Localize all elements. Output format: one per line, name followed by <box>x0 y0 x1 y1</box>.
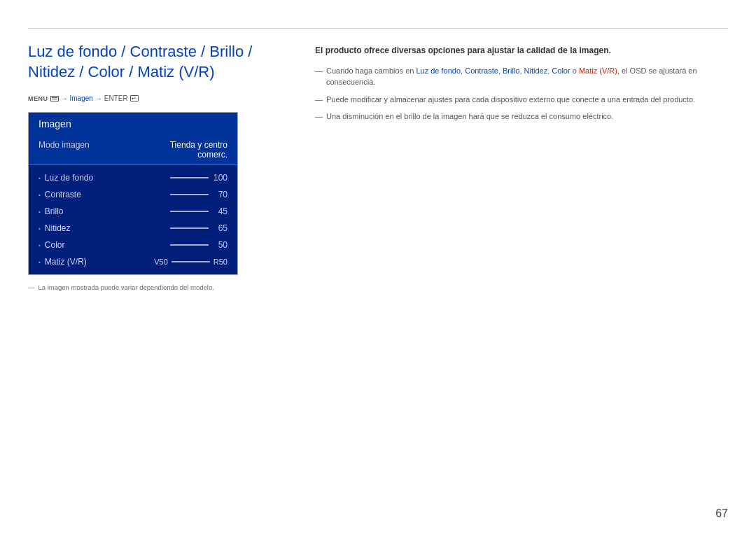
left-panel: Luz de fondo / Contraste / Brillo / Niti… <box>28 42 287 506</box>
right-note-3-text: Una disminución en el brillo de la image… <box>326 111 613 122</box>
menu-label: MENU <box>28 95 48 102</box>
osd-subheader-value: Tienda y centro comerc. <box>133 139 237 161</box>
link-nitidez: Nitidez <box>524 66 548 75</box>
enter-icon <box>130 95 139 101</box>
osd-body: • Luz de fondo 100 • Contraste 70 <box>29 165 237 274</box>
osd-row-contraste: • Contraste 70 <box>29 186 237 203</box>
menu-icon <box>50 96 59 101</box>
imagen-label: Imagen <box>70 94 93 102</box>
top-border <box>28 28 728 29</box>
slider-line-luz <box>170 177 209 178</box>
dot: • <box>38 175 41 181</box>
slider-track-brillo: 45 <box>170 206 227 216</box>
link-luz: Luz de fondo <box>416 66 461 75</box>
osd-row-matiz: • Matiz (V/R) V50 R50 <box>29 253 237 270</box>
link-color: Color <box>552 66 570 75</box>
slider-value-luz: 100 <box>212 173 227 183</box>
link-matiz: Matiz (V/R) <box>579 66 617 75</box>
link-brillo: Brillo <box>503 66 519 75</box>
content-area: Luz de fondo / Contraste / Brillo / Niti… <box>28 42 728 506</box>
right-intro: El producto ofrece diversas opciones par… <box>315 45 728 57</box>
slider-value-color: 50 <box>212 240 227 250</box>
osd-menu: Imagen Modo imagen Tienda y centro comer… <box>28 112 238 275</box>
menu-path: MENU → Imagen → ENTER <box>28 94 287 102</box>
row-label-matiz: Matiz (V/R) <box>45 257 154 267</box>
dot: • <box>38 225 41 232</box>
osd-row-color: • Color 50 <box>29 237 237 253</box>
osd-row-brillo: • Brillo 45 <box>29 203 237 220</box>
row-label-color: Color <box>45 240 170 250</box>
osd-header: Imagen <box>29 113 237 135</box>
slider-value-contraste: 70 <box>212 190 227 199</box>
slider-track-matiz: V50 R50 <box>154 258 227 266</box>
slider-line-nitidez <box>170 227 209 229</box>
matiz-v-label: V50 <box>154 258 168 266</box>
slider-track-contraste: 70 <box>170 190 227 199</box>
osd-row-nitidez: • Nitidez 65 <box>29 220 237 237</box>
slider-line-brillo <box>170 211 209 212</box>
page-title: Luz de fondo / Contraste / Brillo / Niti… <box>28 42 287 82</box>
osd-row-luz: • Luz de fondo 100 <box>29 169 237 186</box>
row-label-luz: Luz de fondo <box>45 173 170 183</box>
slider-track-luz: 100 <box>170 173 227 183</box>
slider-value-brillo: 45 <box>212 206 227 216</box>
row-label-nitidez: Nitidez <box>45 223 170 233</box>
slider-line-color <box>170 244 209 246</box>
slider-track-color: 50 <box>170 240 227 250</box>
row-label-contraste: Contraste <box>45 190 170 199</box>
enter-label: ENTER <box>104 94 128 102</box>
right-note-1: Cuando haga cambios en Luz de fondo, Con… <box>315 65 728 88</box>
row-label-brillo: Brillo <box>45 206 170 216</box>
right-panel: El producto ofrece diversas opciones par… <box>315 42 728 506</box>
footnote-image: La imagen mostrada puede variar dependie… <box>28 283 287 291</box>
osd-subheader: Modo imagen Tienda y centro comerc. <box>29 135 237 165</box>
dot: • <box>38 209 41 215</box>
dot: • <box>38 259 41 265</box>
matiz-r-label: R50 <box>214 258 227 266</box>
arrow1: → <box>61 94 68 102</box>
slider-line-contraste <box>170 194 209 195</box>
arrow2: → <box>95 94 102 102</box>
osd-subheader-label: Modo imagen <box>29 139 133 161</box>
osd-header-text: Imagen <box>38 118 71 129</box>
link-contraste: Contraste <box>465 66 498 75</box>
page-number: 67 <box>715 507 728 520</box>
dot: • <box>38 192 41 198</box>
dot: • <box>38 242 41 248</box>
right-note-1-text: Cuando haga cambios en Luz de fondo, Con… <box>326 65 728 88</box>
slider-line-matiz <box>172 261 210 262</box>
right-note-2: Puede modificar y almacenar ajustes para… <box>315 94 728 106</box>
right-note-2-text: Puede modificar y almacenar ajustes para… <box>326 94 695 106</box>
right-note-3: Una disminución en el brillo de la image… <box>315 111 728 122</box>
slider-track-nitidez: 65 <box>170 223 227 233</box>
slider-value-nitidez: 65 <box>212 223 227 233</box>
